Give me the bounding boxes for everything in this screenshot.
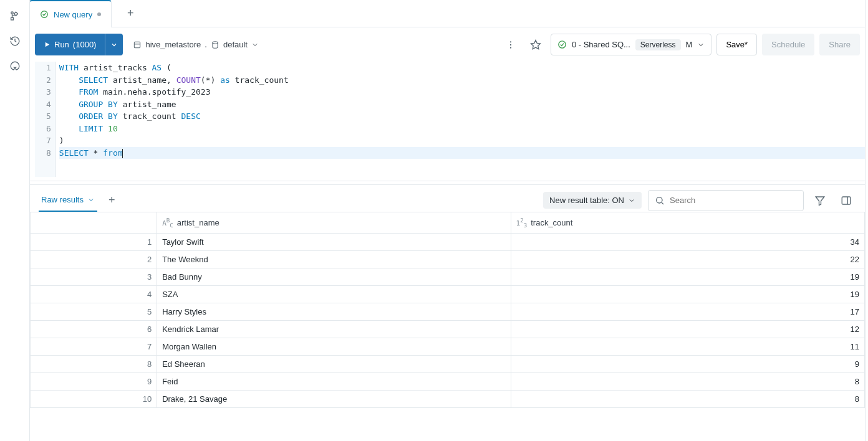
chevron-down-icon [628, 197, 635, 204]
table-row[interactable]: 7Morgan Wallen11 [31, 338, 865, 356]
table-row[interactable]: 3Bad Bunny19 [31, 268, 865, 286]
svg-rect-4 [135, 42, 140, 47]
add-visualization-button[interactable]: + [104, 194, 120, 207]
chevron-down-icon [697, 41, 705, 49]
svg-point-5 [213, 41, 218, 44]
svg-point-11 [657, 197, 662, 202]
compute-name: 0 - Shared SQ... [572, 40, 630, 49]
star-icon [530, 39, 541, 50]
schedule-button[interactable]: Schedule [762, 34, 814, 55]
table-row[interactable]: 9Feid8 [31, 373, 865, 391]
catalog-name: hive_metastore [145, 40, 201, 49]
svg-point-0 [11, 12, 12, 14]
tabs-bar: New query + [30, 0, 865, 27]
run-label: Run [54, 40, 69, 49]
results-tab-label: Raw results [41, 195, 84, 204]
sql-editor[interactable]: 12345678 WITH artist_tracks AS ( SELECT … [30, 62, 865, 177]
tab-new-query[interactable]: New query [29, 0, 112, 27]
svg-point-6 [510, 41, 511, 42]
unsaved-dot [97, 12, 101, 16]
right-edge [865, 0, 868, 441]
catalog-icon [133, 40, 142, 49]
table-row[interactable]: 2The Weeknd22 [31, 251, 865, 268]
run-group: Run (1000) [35, 34, 123, 55]
table-row[interactable]: 10Drake, 21 Savage8 [31, 391, 865, 408]
play-icon [44, 41, 51, 48]
table-row[interactable]: 4SZA19 [31, 286, 865, 303]
svg-rect-1 [11, 17, 13, 20]
catalog-context-selector[interactable]: hive_metastore . default [128, 40, 259, 49]
table-row[interactable]: 1Taylor Swift34 [31, 234, 865, 251]
new-result-toggle[interactable]: New result table: ON [543, 192, 642, 209]
chevron-down-icon [251, 41, 259, 49]
row-num-header[interactable] [31, 212, 157, 234]
toolbar: Run (1000) hive_metastore . default [30, 27, 865, 62]
panel-icon [841, 195, 852, 206]
svg-marker-9 [531, 40, 540, 49]
results-tab-raw[interactable]: Raw results [39, 189, 97, 212]
svg-point-2 [41, 11, 48, 18]
compute-selector[interactable]: 0 - Shared SQ... Serverless M [551, 34, 711, 55]
table-row[interactable]: 5Harry Styles17 [31, 303, 865, 321]
left-rail [0, 0, 30, 441]
svg-point-10 [559, 41, 566, 48]
compute-type-badge: Serverless [635, 39, 681, 50]
chevron-down-icon [110, 41, 118, 49]
filter-button[interactable] [810, 191, 830, 211]
ai-assist-icon[interactable] [9, 60, 21, 72]
panel-toggle-button[interactable] [836, 191, 856, 211]
results-search-input[interactable] [670, 196, 797, 205]
svg-rect-13 [842, 197, 851, 204]
tab-label: New query [54, 10, 92, 19]
chevron-down-icon [87, 196, 95, 204]
column-header-artist-name[interactable]: ABCartist_name [157, 212, 511, 234]
code-area[interactable]: WITH artist_tracks AS ( SELECT artist_na… [55, 62, 865, 177]
history-icon[interactable] [9, 35, 21, 47]
main-area: New query + Run (1000) hive_metastore . [30, 0, 865, 441]
share-button[interactable]: Share [819, 34, 860, 55]
search-icon [655, 196, 665, 206]
schema-icon [211, 40, 219, 49]
string-type-icon: ABC [162, 217, 173, 229]
schema-name: default [223, 40, 248, 49]
run-button[interactable]: Run (1000) [35, 34, 105, 55]
schema-browser-icon[interactable] [9, 10, 21, 22]
run-dropdown[interactable] [105, 34, 123, 55]
column-header-track-count[interactable]: 123track_count [511, 212, 864, 234]
results-table: ABCartist_name 123track_count 1Taylor Sw… [30, 212, 865, 408]
check-icon [40, 10, 49, 19]
svg-marker-12 [816, 197, 824, 206]
save-button[interactable]: Save* [716, 34, 757, 55]
favorite-button[interactable] [526, 35, 546, 55]
more-options-button[interactable] [501, 35, 521, 55]
results-search[interactable] [648, 190, 804, 211]
svg-point-7 [510, 44, 511, 45]
line-gutter: 12345678 [35, 62, 55, 177]
results-bar: Raw results + New result table: ON [30, 184, 865, 212]
table-row[interactable]: 6Kendrick Lamar12 [31, 321, 865, 338]
filter-icon [814, 195, 826, 206]
number-type-icon: 123 [516, 217, 528, 229]
svg-marker-3 [46, 42, 49, 47]
table-row[interactable]: 8Ed Sheeran9 [31, 356, 865, 373]
compute-size: M [686, 40, 693, 49]
svg-point-8 [510, 47, 511, 48]
kebab-icon [506, 40, 516, 50]
add-tab-button[interactable]: + [119, 0, 142, 27]
check-icon [557, 40, 567, 49]
run-count: (1000) [73, 40, 97, 49]
